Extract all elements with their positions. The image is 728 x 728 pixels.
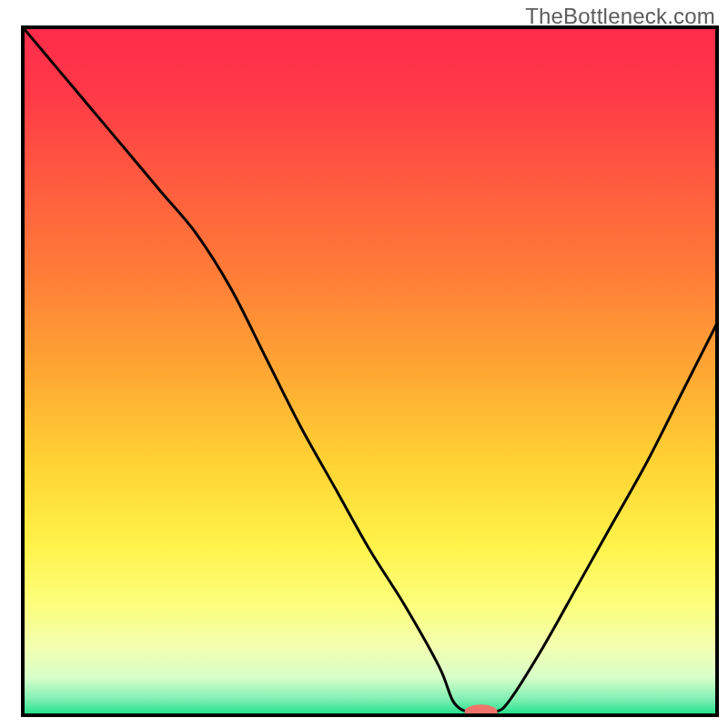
plot-background xyxy=(23,27,717,715)
chart-stage: TheBottleneck.com xyxy=(0,0,728,728)
chart-svg xyxy=(0,0,728,728)
